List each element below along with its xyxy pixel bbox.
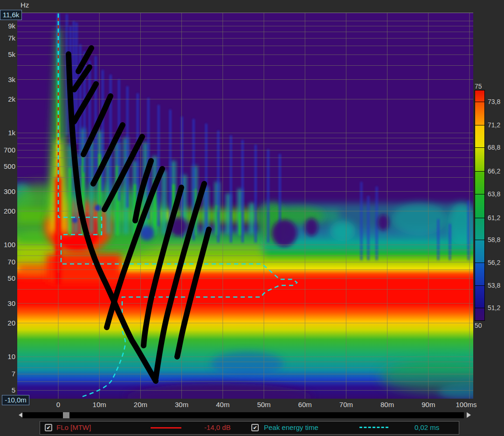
x-tick-60m: 60m (298, 400, 312, 409)
colorbar-tick-53,8: 53,8 (488, 281, 504, 290)
y-tick-200: 200 (0, 207, 15, 215)
plot-top-border (17, 13, 473, 13)
scrollbar-thumb[interactable] (63, 412, 69, 418)
colorbar-tick-73,8: 73,8 (488, 97, 504, 106)
colorbar-segment-2 (475, 125, 485, 148)
x-tick-80m: 80m (380, 400, 394, 409)
y-tick-3k: 3k (0, 76, 15, 84)
y-tick-300: 300 (0, 187, 15, 196)
y-tick-7: 7 (0, 370, 15, 378)
x-tick-0: 0 (56, 400, 60, 409)
scrollbar-track[interactable] (22, 412, 464, 418)
colorbar-tick-61,2: 61,2 (488, 214, 504, 222)
colorbar-tick-63,8: 63,8 (488, 190, 504, 198)
colorbar-segment-1 (475, 102, 485, 125)
colorbar-segment-0 (475, 90, 485, 102)
x-tick-90m: 90m (421, 400, 435, 409)
peak-energy-time-value: 0,02 ms (414, 423, 439, 431)
colorbar-tick-56,2: 56,2 (488, 258, 504, 267)
legend-bar: ✔ FLo [MTW] -14,0 dB ✔ Peak energy time … (40, 421, 459, 435)
colorbar-max-label: 75 (475, 82, 490, 90)
flo-mtw-checkbox[interactable]: ✔ (45, 424, 52, 431)
flo-mtw-line-sample (151, 427, 181, 429)
x-tick-100ms: 100ms (456, 400, 476, 409)
colorbar-segment-3 (475, 147, 485, 172)
spectrogram-window: Hz 11,6k 9k7k5k3k2k1k7005003002001007050… (0, 0, 504, 436)
y-tick-100: 100 (0, 241, 15, 249)
y-tick-5k: 5k (0, 50, 15, 59)
colorbar-segment-8 (475, 263, 485, 286)
x-tick-50m: 50m (257, 400, 270, 409)
colorbar-segment-4 (475, 171, 485, 194)
colorbar-segment-7 (475, 240, 485, 263)
colorbar-segment-6 (475, 218, 485, 240)
y-tick-700: 700 (0, 146, 15, 154)
peak-energy-label: Peak energy time (264, 423, 318, 431)
colorbar-segment-9 (475, 285, 485, 308)
y-tick-1k: 1k (0, 129, 15, 137)
scrollbar-right-arrow[interactable] (467, 412, 471, 418)
y-tick-20: 20 (0, 319, 15, 327)
colorbar-tick-51,2: 51,2 (488, 304, 504, 312)
colorbar-tick-58,8: 58,8 (488, 235, 504, 244)
colorbar-tick-71,2: 71,2 (488, 121, 504, 129)
y-axis-unit-label: Hz (21, 1, 29, 9)
x-tick-40m: 40m (216, 400, 229, 409)
time-cursor-readout: -10,0m (2, 395, 29, 405)
colorbar-segment-10 (475, 308, 485, 321)
peak-energy-checkbox[interactable]: ✔ (251, 424, 259, 431)
flo-mtw-label: FLo [MTW] (56, 423, 91, 431)
y-tick-70: 70 (0, 258, 15, 266)
colorbar (475, 90, 485, 320)
spectrogram-plot[interactable] (0, 0, 504, 436)
colorbar-segment-5 (475, 194, 485, 218)
y-tick-50: 50 (0, 274, 15, 283)
colorbar-tick-68,8: 68,8 (488, 143, 504, 152)
peak-energy-line-sample (359, 427, 388, 428)
x-tick-10m: 10m (93, 400, 106, 409)
y-tick-10: 10 (0, 353, 15, 361)
y-tick-30: 30 (0, 299, 15, 308)
freq-cursor-readout: 11,6k (0, 10, 22, 20)
y-tick-7k: 7k (0, 34, 15, 42)
x-tick-70m: 70m (339, 400, 353, 409)
x-tick-30m: 30m (175, 400, 188, 409)
y-tick-5: 5 (0, 386, 15, 394)
spectrogram-color-field (5, 13, 501, 411)
y-tick-9k: 9k (0, 22, 15, 30)
flo-mtw-level-value: -14,0 dB (204, 423, 231, 431)
y-tick-500: 500 (0, 162, 15, 171)
colorbar-min-label: 50 (475, 321, 490, 330)
y-tick-2k: 2k (0, 95, 15, 104)
x-tick-20m: 20m (134, 400, 147, 409)
colorbar-tick-66,2: 66,2 (488, 167, 504, 175)
